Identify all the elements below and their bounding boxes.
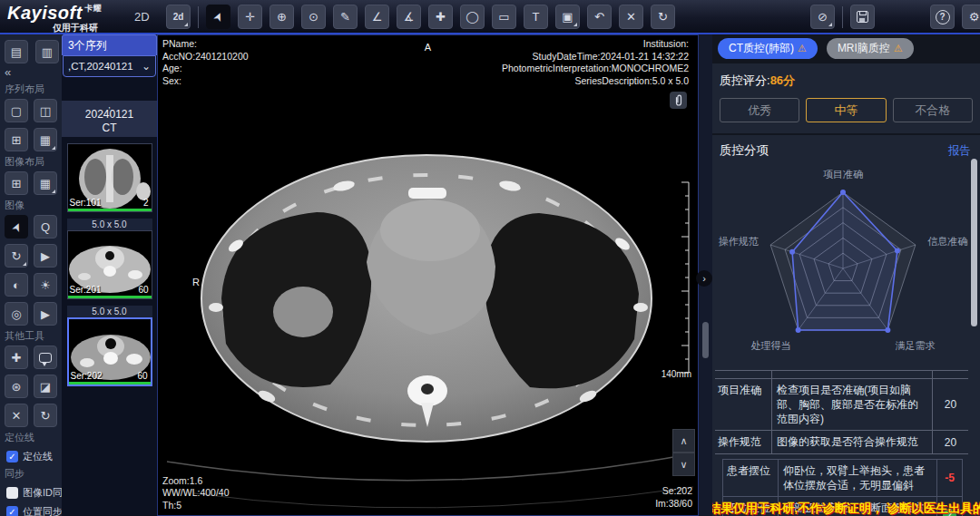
delete-tool-button[interactable]: ✕ — [5, 404, 28, 427]
overlay-line: SeriesDescription:5.0 x 5.0 — [502, 75, 689, 88]
series-count-label: 3个序列 — [62, 34, 157, 55]
grade-fail-button[interactable]: 不合格 — [893, 98, 973, 122]
image-localizer-button[interactable]: ◎ — [5, 302, 28, 326]
image-magnifier-button[interactable]: Q — [34, 215, 57, 239]
crosshair-tool-button[interactable]: ✚ — [5, 346, 28, 369]
zoom-in-tool-button[interactable]: ⊕ — [270, 5, 294, 29]
sync-section-title: 同步 — [5, 467, 59, 481]
viewport-scrollbar-thumb[interactable] — [702, 322, 709, 358]
sidebar-tool-grid: ✚⊛◪✕↻ — [5, 346, 59, 427]
checkbox-定位线[interactable]: ✓定位线 — [6, 450, 59, 463]
comment-tool-button[interactable] — [34, 346, 57, 369]
series-panel-toggle-button[interactable]: ▤ — [5, 40, 28, 63]
probe-tool-button[interactable]: ✚ — [428, 5, 453, 29]
sidebar-section-title: 图像 — [5, 199, 59, 212]
series-layout-3x3-button[interactable]: ▦ — [34, 128, 57, 151]
wl-preset-icon: ▣ — [562, 11, 573, 23]
series-layout-1x1-button[interactable]: ▢ — [5, 99, 28, 122]
radar-axis-label: 信息准确 — [927, 236, 967, 247]
link-series-button[interactable] — [670, 92, 687, 109]
image-layout-2x2-button[interactable]: ⊞ — [5, 171, 28, 195]
image-count-label: 2 — [143, 198, 149, 208]
overlay-line: Th:5 — [162, 500, 230, 512]
undo-icon: ↶ — [594, 11, 604, 23]
series-number-label: Ser:101 — [70, 198, 102, 208]
rect-roi-button[interactable]: ▭ — [492, 5, 516, 29]
checkbox-图像ID同步[interactable]: 图像ID同步 — [6, 486, 59, 500]
help-button[interactable]: ? — [930, 5, 955, 29]
checkbox-checked-icon: ✓ — [6, 451, 18, 462]
series-image-overlay: Se:202Im:38/60 — [655, 485, 692, 510]
grade-excellent-button[interactable]: 优秀 — [720, 98, 799, 122]
left-tool-sidebar: ▤▥ « 序列布局▢◫⊞▦图像布局⊞▦图像➤Q↻▶◐☀◎▶其他工具✚⊛◪✕↻ 定… — [0, 34, 62, 516]
settings-button[interactable]: ⚙ — [962, 5, 980, 29]
qc-score-label: 质控评分: — [720, 73, 770, 87]
warning-icon: ⚠ — [798, 43, 807, 54]
comment-tool-icon — [39, 353, 52, 363]
cobb-angle-button[interactable]: ∡ — [397, 5, 421, 29]
scroll-up-button[interactable]: ∧ — [672, 429, 695, 453]
checkbox-label: 定位线 — [23, 450, 53, 463]
pan-tool-button[interactable]: ✛ — [238, 5, 262, 29]
text-annotation-button[interactable]: T — [524, 5, 548, 29]
image-invert-button[interactable]: ◐ — [5, 273, 28, 297]
sidebar-tool-grid: ▢◫⊞▦ — [5, 99, 59, 151]
tab-ct-lung-qc[interactable]: CT质控(肺部) ⚠ — [718, 38, 818, 59]
mode-2d-button[interactable]: 2d — [166, 5, 191, 29]
mode-2d-label: 2D — [134, 10, 150, 24]
image-scroll-play-button[interactable]: ▶ — [34, 244, 57, 268]
study-info-overlay: Institusion:StudyDateTime:2024-01-21 14:… — [502, 38, 689, 87]
sidebar-collapse-button[interactable]: « — [5, 65, 59, 79]
rect-roi-icon: ▭ — [498, 11, 509, 23]
image-brightness-button[interactable]: ☀ — [34, 273, 57, 297]
window-level-tool-button[interactable]: ⊙ — [301, 5, 326, 29]
scroll-down-button[interactable]: ∨ — [672, 453, 695, 476]
delete-annotation-button[interactable]: ✕ — [619, 5, 643, 29]
checkbox-位置同步[interactable]: ✓位置同步 — [6, 505, 59, 516]
load-progress-bar — [68, 209, 152, 211]
eraser-tool-button[interactable]: ◪ — [34, 375, 57, 398]
undo-button[interactable]: ↶ — [587, 5, 612, 29]
criterion-desc: 图像的获取是否符合操作规范 — [771, 431, 932, 453]
save-button[interactable] — [850, 5, 875, 29]
series-thumbnail-201[interactable]: 5.0 x 5.0 Ser:201 60 — [67, 219, 152, 299]
ai-tool-icon: ⊛ — [12, 380, 22, 394]
image-rotate-button[interactable]: ↻ — [5, 244, 28, 268]
image-pointer-button[interactable]: ➤ — [5, 215, 28, 239]
series-thumbnail-scout[interactable]: Ser:101 2 — [67, 143, 152, 212]
pointer-tool-button[interactable]: ➤ — [206, 5, 230, 29]
stop-icon-button[interactable]: ⊘ — [810, 5, 835, 29]
angle-measure-button[interactable]: ∠ — [365, 5, 389, 29]
grade-medium-button[interactable]: 中等 — [806, 98, 886, 122]
localizer-section-title: 定位线 — [5, 431, 59, 444]
reset-tool-button[interactable]: ↻ — [34, 404, 57, 427]
image-brightness-icon: ☀ — [40, 278, 51, 292]
reset-view-button[interactable]: ↻ — [651, 5, 675, 29]
load-progress-bar — [68, 296, 152, 298]
wl-preset-button[interactable]: ▣ — [555, 5, 580, 29]
tab-label: MRI脑质控 — [838, 41, 890, 56]
series-layout-2x2-button[interactable]: ⊞ — [5, 128, 28, 151]
toolbar-right-group: ?⚙ — [930, 5, 980, 29]
qc-radar-chart: 项目准确信息准确满足需求处理得当操作规范 — [712, 152, 980, 368]
criterion-label: 患者摆位 — [723, 460, 778, 496]
study-select-dropdown[interactable]: ,CT,20240121 ⌄ — [63, 55, 156, 77]
ellipse-roi-button[interactable]: ◯ — [460, 5, 485, 29]
overlay-line: AccNO:2401210200 — [162, 51, 249, 63]
ai-tool-button[interactable]: ⊛ — [5, 375, 28, 398]
expand-right-panel-button[interactable]: › — [696, 270, 712, 287]
tab-mri-brain-qc[interactable]: MRI脑质控 ⚠ — [827, 38, 914, 59]
sidebar-tool-grid: ➤Q↻▶◐☀◎▶ — [5, 215, 59, 326]
image-layout-2x2-icon: ⊞ — [12, 177, 22, 190]
report-panel-toggle-button[interactable]: ▥ — [35, 40, 59, 63]
length-measure-button[interactable]: ✎ — [333, 5, 358, 29]
qc-panel-scrollbar-thumb[interactable] — [971, 159, 977, 326]
delete-annotation-icon: ✕ — [626, 11, 636, 23]
image-cine-button[interactable]: ▶ — [34, 302, 57, 326]
series-layout-1x2-button[interactable]: ◫ — [34, 99, 57, 122]
image-layout-3x3-button[interactable]: ▦ — [34, 171, 57, 195]
reset-view-icon: ↻ — [658, 11, 668, 23]
series-thumbnail-202[interactable]: 5.0 x 5.0 Ser:202 60 — [67, 306, 152, 386]
ct-image-viewport[interactable]: PName:AccNO:2401210200Age:Sex: Institusi… — [157, 34, 699, 516]
length-measure-icon: ✎ — [340, 11, 350, 23]
